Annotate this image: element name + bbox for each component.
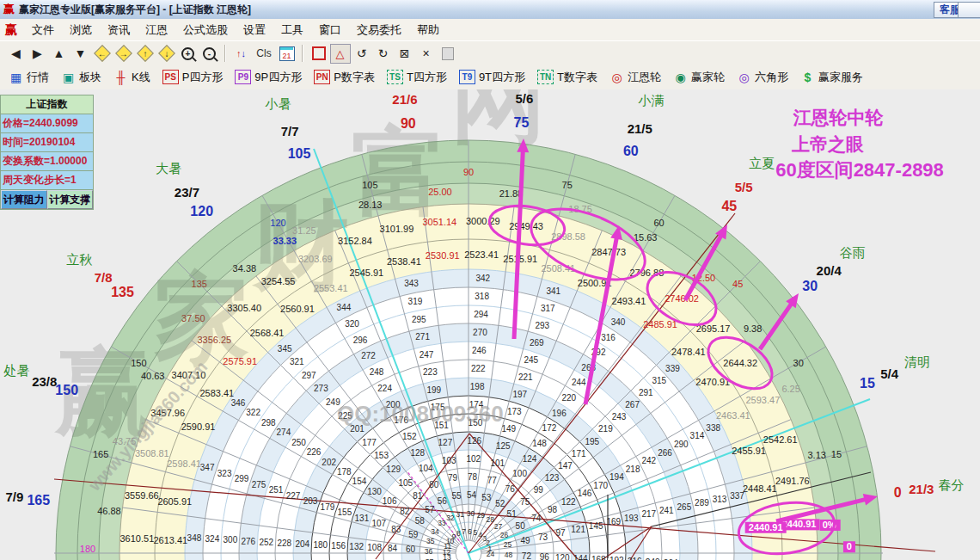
svg-text:15: 15 [831,449,842,459]
pan-right-icon[interactable]: → [113,44,134,64]
svg-text:77: 77 [487,476,498,485]
calc-support-button[interactable]: 计算支撑 [47,190,94,209]
title-bar: 赢 赢家江恩专业版[赢家服务平台] - [上证指数 江恩轮] 客服 [0,0,980,20]
menu-浏览[interactable]: 浏览 [62,21,100,40]
ribbon-label: 9T四方形 [479,70,525,85]
svg-text:323: 323 [217,469,232,478]
pan-left-icon[interactable]: ← [91,44,113,64]
ribbon-p-square[interactable]: PSP四方形 [161,68,225,87]
cls-button[interactable]: Cls [252,44,276,64]
svg-text:3305.40: 3305.40 [227,303,261,313]
svg-text:60: 60 [653,218,664,228]
svg-text:24: 24 [487,550,495,558]
svg-text:198: 198 [470,382,485,391]
svg-text:2478.41: 2478.41 [671,347,706,357]
ribbon-gann-wheel[interactable]: ◎江恩轮 [608,68,663,87]
price-axis-icon[interactable]: ↑↓ [230,44,252,64]
zoom-out-icon[interactable]: - [199,44,220,64]
svg-text:79: 79 [448,473,458,483]
svg-text:121: 121 [571,525,585,534]
svg-text:150: 150 [55,383,78,397]
calendar-icon[interactable]: 21 [276,44,297,64]
svg-text:146: 146 [578,489,592,498]
menu-资讯[interactable]: 资讯 [100,21,138,40]
draw-triangle-icon[interactable]: △ [329,44,351,64]
svg-text:28.13: 28.13 [358,200,383,210]
zoom-in-icon[interactable]: + [177,44,199,64]
svg-text:2523.41: 2523.41 [464,249,499,260]
svg-text:80: 80 [429,480,439,489]
svg-text:221: 221 [518,372,533,382]
svg-text:127: 127 [438,438,453,447]
rotate-ccw-icon[interactable]: ↺ [351,44,372,64]
rotate-down-icon[interactable]: ▼ [70,44,91,64]
rotate-up-icon[interactable]: ▲ [48,44,70,64]
svg-text:53: 53 [481,493,492,502]
svg-text:203: 203 [303,496,318,506]
svg-text:82: 82 [400,507,410,516]
menu-公式选股[interactable]: 公式选股 [175,21,236,40]
svg-text:101: 101 [490,458,505,468]
ribbon-9t-square[interactable]: T99T四方形 [457,68,527,87]
svg-text:338: 338 [706,423,720,433]
menu-设置[interactable]: 设置 [236,21,273,40]
menu-logo-icon: 赢 [5,22,17,38]
ribbon-winner-service[interactable]: $赢家服务 [799,68,865,87]
paste-icon[interactable] [437,44,458,64]
ribbon-label: 江恩轮 [628,70,661,85]
ribbon-winner-wheel[interactable]: ◉赢家轮 [671,68,726,87]
svg-text:246: 246 [472,346,487,355]
menu-江恩[interactable]: 江恩 [138,21,175,40]
svg-text:343: 343 [404,279,419,288]
svg-text:252: 252 [259,538,273,547]
grid-box-icon[interactable]: ⊠ [394,44,415,64]
menu-工具[interactable]: 工具 [273,21,311,40]
ribbon-t-number-table[interactable]: TNT数字表 [536,68,599,87]
svg-text:322: 322 [246,408,260,417]
t-number-table-icon: TN [537,70,554,84]
svg-text:2949.43: 2949.43 [509,221,543,231]
svg-text:171: 171 [572,449,586,458]
svg-text:222: 222 [471,364,486,373]
svg-text:340: 340 [611,317,626,327]
svg-text:2605.91: 2605.91 [157,496,192,507]
collapse-icon[interactable]: × [415,44,437,64]
pan-up-icon[interactable]: ↑ [134,44,156,64]
svg-text:7/8: 7/8 [95,270,113,285]
ribbon-p-number-table[interactable]: PNP数字表 [312,68,377,87]
panel-row-3: 周天变化步长=1 [1,171,93,190]
rotate-cw-icon[interactable]: ↻ [372,44,394,64]
svg-text:3356.25: 3356.25 [197,335,231,345]
p-number-table-icon: PN [314,70,330,84]
partial-button[interactable] [958,2,980,18]
svg-text:56: 56 [438,496,448,506]
menu-文件[interactable]: 文件 [24,21,62,40]
gann-app-window: { "title_bar": {"logo":"赢","title":"赢家江恩… [0,0,980,560]
svg-text:2568.41: 2568.41 [250,328,285,338]
menu-bar: 赢 文件浏览资讯江恩公式选股设置工具窗口交易委托帮助 [0,19,980,41]
ribbon-sectors[interactable]: ▣板块 [59,68,103,87]
svg-text:197: 197 [512,390,527,399]
menu-帮助[interactable]: 帮助 [409,21,447,40]
draw-square-icon[interactable] [308,44,329,64]
ribbon-quotes[interactable]: ▦行情 [7,68,51,87]
svg-text:5/5: 5/5 [735,180,753,194]
pan-down-icon[interactable]: ↓ [156,44,177,64]
gods-eye-annotation: 江恩轮中轮上帝之眼60度区间2847-2898 [775,108,944,181]
svg-text:36: 36 [425,547,433,556]
ribbon-kline[interactable]: ╫K线 [112,68,152,87]
ribbon-hexagon[interactable]: ◎六角形 [735,68,790,87]
menu-窗口[interactable]: 窗口 [311,21,349,40]
svg-text:32: 32 [446,514,455,522]
menu-交易委托[interactable]: 交易委托 [349,21,409,40]
calc-resistance-button[interactable]: 计算阻力 [1,190,47,209]
ribbon-t-square[interactable]: TST四方形 [385,68,449,87]
hexagon-icon: ◎ [737,71,751,83]
svg-text:324: 324 [205,534,220,544]
quotes-icon: ▦ [9,71,23,83]
ribbon-9p-square[interactable]: P99P四方形 [233,68,303,87]
svg-text:60: 60 [406,545,416,554]
svg-text:172: 172 [542,423,557,433]
nav-back-icon[interactable]: ◀ [5,44,27,64]
nav-forward-icon[interactable]: ▶ [27,44,48,64]
